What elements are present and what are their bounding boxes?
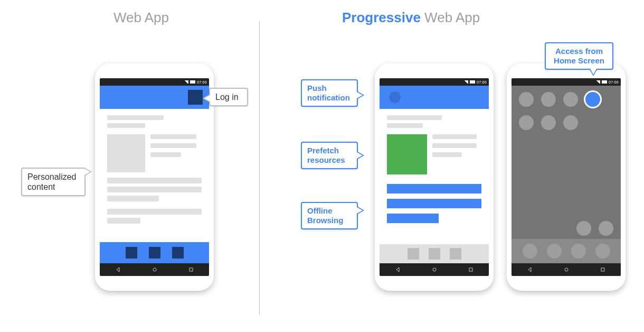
signal-icon	[464, 80, 468, 84]
svg-point-0	[153, 268, 156, 271]
status-bar: 07:00	[512, 78, 621, 86]
dock-app-icon[interactable]	[547, 244, 562, 259]
callout-offline: Offline Browsing	[301, 202, 358, 229]
signal-icon	[184, 80, 188, 84]
image-placeholder	[107, 134, 145, 172]
home-dock	[512, 239, 621, 263]
back-icon	[395, 266, 401, 273]
offline-content-bar	[387, 214, 439, 223]
prefetched-resource	[387, 134, 427, 174]
bottom-nav[interactable]	[100, 242, 209, 263]
status-time: 07:00	[609, 80, 619, 84]
nav-item[interactable]	[126, 247, 137, 259]
offline-content-bar	[387, 184, 481, 193]
title-web-app: Web App	[113, 10, 169, 26]
offline-content-bar	[387, 199, 481, 208]
home-icon	[563, 266, 570, 273]
nav-item[interactable]	[429, 248, 440, 260]
nav-item[interactable]	[408, 248, 419, 260]
nav-item[interactable]	[450, 248, 461, 260]
android-navbar	[100, 263, 209, 276]
callout-home-access: Access from Home Screen	[545, 42, 613, 70]
home-icon	[431, 266, 438, 273]
dock-app-icon[interactable]	[571, 244, 586, 259]
login-button-placeholder[interactable]	[188, 90, 203, 105]
home-icon	[151, 266, 158, 273]
title-rest: Web App	[421, 10, 480, 25]
android-navbar	[512, 263, 621, 276]
title-pwa: Progressive Web App	[342, 10, 480, 26]
app-icon-placeholder[interactable]	[599, 221, 613, 236]
app-icon-placeholder[interactable]	[541, 92, 556, 107]
nav-item[interactable]	[172, 247, 184, 259]
svg-rect-5	[601, 268, 604, 271]
app-icon-placeholder[interactable]	[576, 221, 591, 236]
pwa-home-icon[interactable]	[585, 92, 600, 107]
app-bar	[100, 86, 209, 109]
phone-homescreen: 07:00	[507, 63, 626, 291]
recent-icon	[600, 266, 606, 273]
title-accent: Progressive	[342, 10, 421, 25]
back-icon	[527, 266, 533, 273]
recent-icon	[468, 266, 474, 273]
home-icons-grid	[512, 92, 621, 130]
content-area	[380, 109, 489, 233]
battery-icon	[190, 80, 195, 84]
dock-app-icon[interactable]	[523, 244, 537, 259]
push-notification-indicator[interactable]	[389, 91, 401, 103]
status-bar: 07:00	[380, 78, 489, 86]
svg-rect-1	[190, 268, 193, 271]
svg-rect-3	[469, 268, 472, 271]
app-icon-placeholder[interactable]	[519, 92, 534, 107]
content-area	[100, 109, 209, 228]
dock-app-icon[interactable]	[595, 244, 610, 259]
nav-item[interactable]	[149, 247, 160, 259]
callout-prefetch: Prefetch resources	[301, 142, 358, 169]
callout-push: Push notification	[301, 79, 358, 107]
android-navbar	[380, 263, 489, 276]
app-icon-placeholder[interactable]	[519, 115, 534, 130]
back-icon	[115, 266, 121, 273]
status-bar: 07:00	[100, 78, 209, 86]
bottom-nav[interactable]	[380, 244, 489, 263]
callout-personalized: Personalized content	[21, 168, 86, 196]
recent-icon	[188, 266, 194, 273]
app-bar	[380, 86, 489, 109]
phone-webapp: 07:00	[95, 63, 214, 291]
status-time: 07:00	[477, 80, 487, 84]
svg-point-4	[565, 268, 568, 271]
battery-icon	[602, 80, 607, 84]
divider	[259, 21, 260, 315]
callout-login: Log in	[209, 88, 248, 106]
app-icon-placeholder[interactable]	[563, 115, 578, 130]
battery-icon	[470, 80, 475, 84]
app-icon-placeholder[interactable]	[563, 92, 578, 107]
app-icon-placeholder[interactable]	[541, 115, 556, 130]
status-time: 07:00	[197, 80, 207, 84]
signal-icon	[596, 80, 600, 84]
svg-point-2	[433, 268, 436, 271]
phone-pwa-app: 07:00	[375, 63, 494, 291]
